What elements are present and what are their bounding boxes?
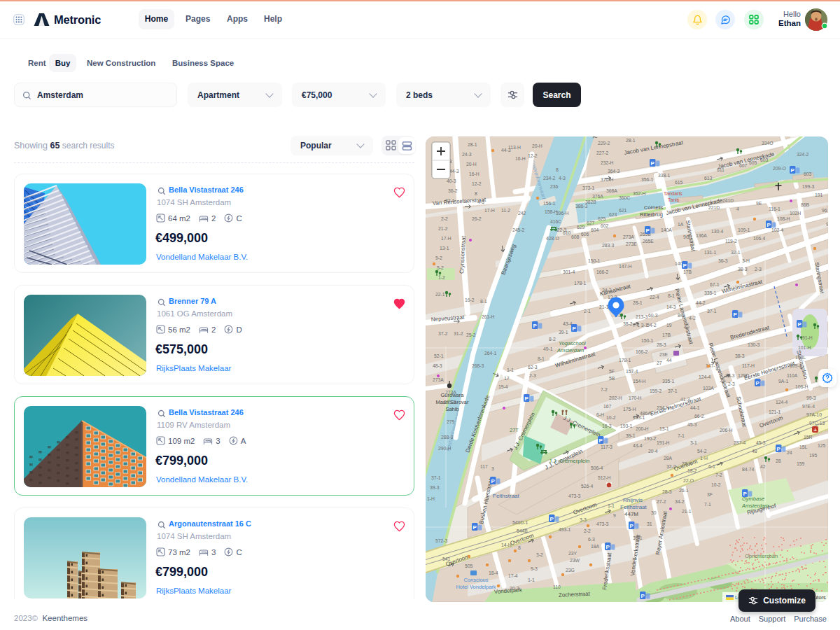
svg-text:96: 96 [822,208,827,213]
svg-text:36-2: 36-2 [448,188,458,193]
svg-text:544B: 544B [517,528,528,533]
svg-text:1A: 1A [678,222,684,227]
svg-text:129D: 129D [738,373,749,378]
svg-text:12-2: 12-2 [528,153,538,158]
svg-text:Feithstraat: Feithstraat [620,504,648,510]
svg-text:9E: 9E [756,201,762,206]
svg-text:236: 236 [550,184,559,189]
svg-text:44-2: 44-2 [696,300,706,305]
svg-text:200-H: 200-H [636,426,649,431]
svg-text:572-3: 572-3 [435,538,448,543]
svg-text:301-4: 301-4 [563,270,575,274]
svg-text:3: 3 [491,466,494,471]
svg-text:P: P [791,167,795,174]
svg-text:352-H: 352-H [633,191,646,196]
svg-text:17B: 17B [683,270,692,274]
svg-text:28A: 28A [664,456,673,461]
svg-text:232-H: 232-H [601,160,614,165]
svg-text:84-74: 84-74 [742,467,755,472]
svg-text:P: P [606,544,610,550]
svg-text:191: 191 [815,192,823,197]
svg-text:16-2: 16-2 [465,298,475,302]
svg-text:140A: 140A [661,227,672,232]
svg-text:261-H: 261-H [482,314,495,319]
svg-text:16-H: 16-H [515,156,526,161]
svg-text:268-3: 268-3 [472,363,484,368]
svg-text:9A-1: 9A-1 [826,222,828,227]
svg-text:170-H: 170-H [629,396,642,400]
svg-text:54-2: 54-2 [647,323,657,328]
svg-text:7-2: 7-2 [715,472,722,477]
svg-text:18-4: 18-4 [489,570,498,575]
svg-text:8-1: 8-1 [678,313,685,318]
svg-text:13-1: 13-1 [440,246,449,251]
svg-text:37-1: 37-1 [668,388,678,393]
svg-text:416C: 416C [550,219,561,224]
svg-text:32-1: 32-1 [731,250,741,255]
svg-text:9: 9 [613,513,616,518]
svg-text:121-1: 121-1 [769,410,781,414]
svg-text:20-H: 20-H [532,144,542,148]
svg-text:9-2: 9-2 [435,255,442,260]
svg-text:625: 625 [598,216,606,221]
svg-text:124-4: 124-4 [699,374,711,379]
svg-text:17-H: 17-H [484,208,495,213]
svg-text:20-4: 20-4 [648,449,658,454]
svg-text:370-H: 370-H [601,177,614,182]
svg-text:206-H: 206-H [720,428,733,433]
svg-text:221D: 221D [708,205,720,210]
svg-text:124-4: 124-4 [776,400,788,405]
svg-text:62-3: 62-3 [528,365,538,370]
svg-text:P: P [734,312,738,318]
svg-text:28-1: 28-1 [626,138,636,143]
svg-text:2-3: 2-3 [529,373,536,378]
svg-text:9-3: 9-3 [531,566,538,571]
svg-text:P: P [641,593,645,599]
svg-text:1-1: 1-1 [507,368,514,372]
svg-text:Amsterdam: Amsterdam [556,347,584,354]
svg-text:52-1: 52-1 [434,354,444,358]
svg-text:1-1: 1-1 [608,503,615,508]
svg-text:117: 117 [480,464,488,469]
svg-text:275-3: 275-3 [444,400,456,405]
svg-text:125: 125 [818,443,826,448]
svg-text:Yogaschool: Yogaschool [559,340,586,346]
svg-text:166-2: 166-2 [596,270,609,274]
svg-text:154-H: 154-H [633,379,646,384]
svg-text:273A: 273A [623,234,634,239]
svg-text:136A: 136A [696,233,707,238]
svg-text:7-1: 7-1 [704,502,711,507]
svg-text:J.J. Cremerplein: J.J. Cremerplein [549,458,589,464]
svg-text:21-2: 21-2 [438,226,448,231]
svg-text:191-H: 191-H [657,440,670,445]
svg-text:245-2: 245-2 [512,227,525,232]
svg-text:17-4: 17-4 [508,573,518,578]
svg-text:264-1: 264-1 [484,351,497,356]
svg-text:12-2: 12-2 [472,181,482,186]
svg-text:108-H: 108-H [777,216,790,221]
svg-text:603: 603 [760,158,769,162]
svg-text:P: P [777,446,781,452]
svg-text:22-4: 22-4 [650,295,659,300]
svg-text:23E: 23E [659,352,668,357]
svg-text:1-1: 1-1 [528,578,535,582]
svg-text:43-4: 43-4 [633,443,643,448]
svg-text:Ritterbrug: Ritterbrug [640,211,663,218]
svg-text:32-1: 32-1 [445,198,455,203]
svg-text:2-2: 2-2 [584,528,591,533]
svg-text:607: 607 [739,163,748,168]
svg-text:Feithstraat: Feithstraat [493,493,520,499]
svg-text:4-3: 4-3 [559,176,566,181]
svg-text:+: + [813,427,817,433]
svg-text:265E: 265E [643,239,654,244]
svg-text:42: 42 [760,464,766,469]
svg-text:P: P [798,321,802,328]
svg-text:23Y: 23Y [568,551,578,556]
svg-text:26-2: 26-2 [472,216,482,221]
svg-text:541: 541 [442,556,451,561]
svg-text:23G: 23G [566,568,575,573]
svg-text:P: P [599,438,603,444]
svg-text:227-2: 227-2 [596,150,609,155]
svg-text:623: 623 [609,212,617,217]
svg-text:39-1: 39-1 [626,433,636,438]
